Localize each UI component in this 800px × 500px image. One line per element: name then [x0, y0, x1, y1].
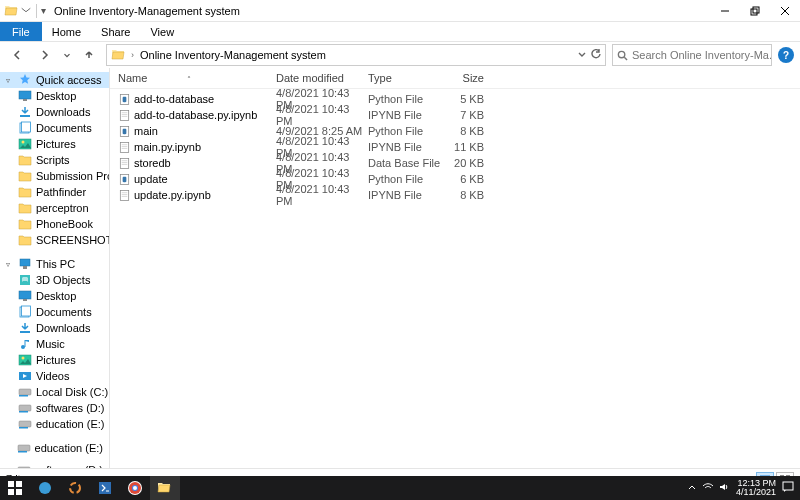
address-dropdown-icon[interactable]: [577, 49, 587, 61]
documents-icon: [18, 305, 32, 319]
navigation-pane: ▿ Quick access DesktopDownloadsDocuments…: [0, 68, 110, 468]
file-type: IPYNB File: [368, 141, 442, 153]
nav-item-downloads[interactable]: Downloads: [0, 104, 109, 120]
nav-item-education-e-[interactable]: education (E:): [0, 416, 109, 432]
nav-item-pictures[interactable]: Pictures: [0, 136, 109, 152]
downloads-icon: [18, 321, 32, 335]
file-row[interactable]: storedb4/8/2021 10:43 PMData Base File20…: [110, 155, 800, 171]
py-file-icon: [118, 124, 134, 138]
file-name: update.py.ipynb: [134, 189, 276, 201]
nav-quick-access[interactable]: ▿ Quick access: [0, 72, 109, 88]
nav-back-button[interactable]: [6, 44, 28, 66]
tray-volume-icon[interactable]: [718, 481, 730, 495]
svg-rect-37: [16, 481, 22, 487]
videos-icon: [18, 369, 32, 383]
nav-item-perceptron[interactable]: perceptron: [0, 200, 109, 216]
restore-button[interactable]: [740, 0, 770, 22]
action-center-icon[interactable]: [782, 481, 794, 495]
tab-share[interactable]: Share: [91, 22, 140, 41]
disk-icon: [17, 441, 31, 455]
col-type[interactable]: Type: [368, 72, 442, 84]
file-list[interactable]: add-to-database4/8/2021 10:43 PMPython F…: [110, 89, 800, 468]
qat-divider: [36, 4, 37, 18]
file-row[interactable]: update4/8/2021 10:43 PMPython File6 KB: [110, 171, 800, 187]
svg-point-46: [133, 486, 137, 490]
nav-item-music[interactable]: Music: [0, 336, 109, 352]
minimize-button[interactable]: [710, 0, 740, 22]
folder-icon: [18, 169, 32, 183]
nav-item-education-e-[interactable]: ▿education (E:): [0, 440, 109, 456]
file-name: update: [134, 173, 276, 185]
downloads-icon: [18, 105, 32, 119]
taskbar-chrome[interactable]: [120, 476, 150, 500]
file-type: Data Base File: [368, 157, 442, 169]
nav-item-local-disk-c-[interactable]: Local Disk (C:): [0, 384, 109, 400]
nav-item-softwares-d-[interactable]: softwares (D:): [0, 400, 109, 416]
disk-icon: [18, 401, 32, 415]
nav-item-submission-proj[interactable]: Submission Proj: [0, 168, 109, 184]
file-row[interactable]: main4/9/2021 8:25 AMPython File8 KB: [110, 123, 800, 139]
col-name[interactable]: Name˄: [118, 72, 276, 84]
nav-item-pathfinder[interactable]: Pathfinder: [0, 184, 109, 200]
nav-item-screenshots[interactable]: SCREENSHOTS: [0, 232, 109, 248]
breadcrumb[interactable]: Online Inventory-Management system: [140, 49, 326, 61]
pictures-icon: [18, 137, 32, 151]
refresh-icon[interactable]: [591, 49, 601, 61]
tray-chevron-icon[interactable]: [686, 481, 698, 495]
file-file-icon: [118, 188, 134, 202]
window-folder-icon: [4, 3, 18, 19]
tab-home[interactable]: Home: [42, 22, 91, 41]
nav-forward-button[interactable]: [34, 44, 56, 66]
close-button[interactable]: [770, 0, 800, 22]
column-headers: Name˄ Date modified Type Size: [110, 68, 800, 89]
taskbar-clock[interactable]: 12:13 PM 4/11/2021: [736, 479, 776, 497]
folder-icon: [18, 217, 32, 231]
svg-rect-38: [8, 489, 14, 495]
svg-rect-47: [783, 482, 793, 490]
taskbar-explorer[interactable]: [150, 476, 180, 500]
file-row[interactable]: update.py.ipynb4/8/2021 10:43 PMIPYNB Fi…: [110, 187, 800, 203]
nav-item-pictures[interactable]: Pictures: [0, 352, 109, 368]
nav-item-3d-objects[interactable]: 3D Objects: [0, 272, 109, 288]
taskbar-app-3[interactable]: [90, 476, 120, 500]
qat-dropdown-icon[interactable]: [20, 4, 32, 18]
taskbar-app-2[interactable]: [60, 476, 90, 500]
folder-icon: [18, 233, 32, 247]
start-button[interactable]: [0, 476, 30, 500]
chevron-right-icon[interactable]: ›: [131, 50, 134, 60]
file-tab[interactable]: File: [0, 22, 42, 41]
nav-item-downloads[interactable]: Downloads: [0, 320, 109, 336]
nav-item-documents[interactable]: Documents: [0, 304, 109, 320]
file-row[interactable]: add-to-database.py.ipynb4/8/2021 10:43 P…: [110, 107, 800, 123]
nav-item-videos[interactable]: Videos: [0, 368, 109, 384]
star-icon: [18, 73, 32, 87]
file-row[interactable]: main.py.ipynb4/8/2021 10:43 PMIPYNB File…: [110, 139, 800, 155]
qat-customize[interactable]: ▾: [41, 5, 46, 16]
nav-item-scripts[interactable]: Scripts: [0, 152, 109, 168]
nav-item-documents[interactable]: Documents: [0, 120, 109, 136]
nav-this-pc[interactable]: ▿ This PC: [0, 256, 109, 272]
nav-item-softwares-d-[interactable]: ▿softwares (D:): [0, 462, 109, 468]
svg-rect-24: [753, 7, 759, 13]
tray-wifi-icon[interactable]: [702, 481, 714, 495]
col-size[interactable]: Size: [442, 72, 484, 84]
nav-item-desktop[interactable]: Desktop: [0, 88, 109, 104]
nav-up-button[interactable]: [78, 44, 100, 66]
svg-point-27: [618, 51, 624, 57]
address-bar[interactable]: › Online Inventory-Management system: [106, 44, 606, 66]
svg-rect-39: [16, 489, 22, 495]
taskbar-app-1[interactable]: [30, 476, 60, 500]
file-file-icon: [118, 108, 134, 122]
pc-icon: [18, 257, 32, 271]
search-input[interactable]: Search Online Inventory-Ma...: [612, 44, 772, 66]
file-row[interactable]: add-to-database4/8/2021 10:43 PMPython F…: [110, 91, 800, 107]
tab-view[interactable]: View: [140, 22, 184, 41]
nav-item-desktop[interactable]: Desktop: [0, 288, 109, 304]
nav-item-phonebook[interactable]: PhoneBook: [0, 216, 109, 232]
file-type: IPYNB File: [368, 189, 442, 201]
nav-recent-dropdown[interactable]: [62, 44, 72, 66]
file-date: 4/8/2021 10:43 PM: [276, 103, 368, 127]
col-date[interactable]: Date modified: [276, 72, 368, 84]
help-button[interactable]: ?: [778, 47, 794, 63]
svg-point-41: [70, 483, 80, 493]
